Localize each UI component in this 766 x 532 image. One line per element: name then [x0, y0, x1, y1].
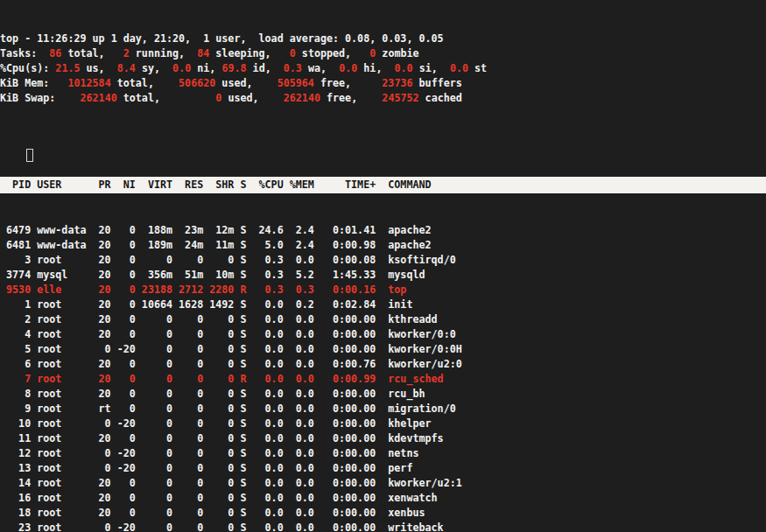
summary-text: buffers	[413, 77, 462, 89]
summary-tasks-line: Tasks: 86 total, 2 running, 84 sleeping,…	[0, 46, 766, 61]
summary-text: si,	[413, 62, 450, 74]
process-row: 18 root 20 0 0 0 0 S 0.0 0.0 0:00.00 xen…	[0, 506, 766, 521]
top-summary: top - 11:26:29 up 1 day, 21:20, 1 user, …	[0, 30, 766, 106]
summary-text: used,	[215, 77, 277, 89]
summary-value: 69.8	[221, 62, 246, 74]
summary-text: free,	[320, 92, 382, 104]
summary-value: 0.0	[450, 62, 468, 74]
summary-text: KiB Mem:	[0, 77, 67, 89]
summary-value: 21.5	[55, 62, 80, 74]
summary-value: 262140	[284, 92, 320, 104]
summary-text: Tasks:	[0, 47, 49, 60]
summary-uptime-line: top - 11:26:29 up 1 day, 21:20, 1 user, …	[0, 32, 766, 46]
summary-text: id,	[247, 62, 284, 74]
summary-text: wa,	[302, 62, 339, 74]
summary-text: sleeping,	[209, 47, 289, 60]
process-row: 23 root 0 -20 0 0 0 S 0.0 0.0 0:00.00 wr…	[0, 521, 766, 532]
summary-text: free,	[314, 77, 382, 89]
summary-value: 262140	[80, 92, 116, 104]
summary-value: 8.4	[117, 62, 136, 74]
summary-value: 0.3	[284, 62, 302, 74]
summary-value: 2	[123, 47, 130, 60]
summary-cpu-line: %Cpu(s): 21.5 us, 8.4 sy, 0.0 ni, 69.8 i…	[0, 61, 766, 76]
summary-text: ni,	[191, 62, 221, 74]
process-row: 13 root 0 -20 0 0 0 S 0.0 0.0 0:00.00 pe…	[0, 461, 766, 476]
summary-text: hi,	[357, 62, 394, 74]
summary-text: running,	[130, 47, 197, 60]
summary-value: 86	[49, 47, 61, 60]
summary-value: 505964	[278, 77, 314, 89]
summary-value: 0.0	[339, 62, 357, 74]
summary-value: 1012584	[67, 77, 110, 89]
summary-text: zombie	[376, 47, 418, 60]
process-row: 7 root 20 0 0 0 0 R 0.0 0.0 0:00.99 rcu_…	[0, 372, 766, 387]
summary-value: 84	[197, 47, 209, 60]
summary-text: us,	[81, 62, 117, 74]
terminal-cursor	[26, 149, 33, 162]
summary-text: %Cpu(s):	[0, 62, 55, 74]
process-table-header: PID USER PR NI VIRT RES SHR S %CPU %MEM …	[0, 177, 766, 193]
process-row: 11 root 20 0 0 0 0 S 0.0 0.0 0:00.00 kde…	[0, 431, 766, 446]
summary-text: total,	[61, 47, 123, 60]
summary-value: 0.0	[172, 62, 191, 74]
process-row: 14 root 20 0 0 0 0 S 0.0 0.0 0:00.00 kwo…	[0, 476, 766, 491]
process-row: 2 root 20 0 0 0 0 S 0.0 0.0 0:00.00 kthr…	[0, 312, 766, 327]
process-row: 5 root 0 -20 0 0 0 S 0.0 0.0 0:00.00 kwo…	[0, 342, 766, 357]
terminal-window[interactable]: top - 11:26:29 up 1 day, 21:20, 1 user, …	[0, 0, 766, 532]
summary-text: KiB Swap:	[0, 92, 80, 104]
summary-swap-line: KiB Swap: 262140 total, 0 used, 262140 f…	[0, 91, 766, 106]
summary-mem-line: KiB Mem: 1012584 total, 506620 used, 505…	[0, 76, 766, 91]
process-row: 8 root 20 0 0 0 0 S 0.0 0.0 0:00.00 rcu_…	[0, 387, 766, 402]
summary-text: cached	[419, 92, 462, 104]
process-row: 6 root 20 0 0 0 0 S 0.0 0.0 0:00.76 kwor…	[0, 357, 766, 372]
summary-value: 506620	[179, 77, 215, 89]
summary-value: 23736	[382, 77, 412, 89]
process-row: 3774 mysql 20 0 356m 51m 10m S 0.3 5.2 1…	[0, 268, 766, 283]
process-row: 3 root 20 0 0 0 0 S 0.3 0.0 0:00.08 ksof…	[0, 253, 766, 268]
process-row: 6481 www-data 20 0 189m 24m 11m S 5.0 2.…	[0, 238, 766, 253]
summary-text: st	[468, 62, 487, 74]
summary-text: used,	[221, 92, 283, 104]
process-row: 1 root 20 0 10664 1628 1492 S 0.0 0.2 0:…	[0, 298, 766, 312]
summary-value: 0	[290, 47, 296, 60]
summary-value: 0.0	[395, 62, 413, 74]
process-row: 9 root rt 0 0 0 0 S 0.0 0.0 0:00.00 migr…	[0, 402, 766, 416]
process-row: 12 root 0 -20 0 0 0 S 0.0 0.0 0:00.00 ne…	[0, 446, 766, 461]
process-row: 9530 elle 20 0 23188 2712 2280 R 0.3 0.3…	[0, 283, 766, 298]
summary-text: total,	[111, 77, 179, 89]
process-row: 10 root 0 -20 0 0 0 S 0.0 0.0 0:00.00 kh…	[0, 416, 766, 431]
process-row: 16 root 20 0 0 0 0 S 0.0 0.0 0:00.00 xen…	[0, 491, 766, 506]
process-row: 6479 www-data 20 0 188m 23m 12m S 24.6 2…	[0, 223, 766, 238]
cursor-line	[0, 136, 766, 147]
process-table-rows: 6479 www-data 20 0 188m 23m 12m S 24.6 2…	[0, 223, 766, 532]
summary-text: total,	[117, 92, 216, 104]
summary-text: sy,	[136, 62, 172, 74]
summary-value: 245752	[382, 92, 418, 104]
process-row: 4 root 20 0 0 0 0 S 0.0 0.0 0:00.00 kwor…	[0, 327, 766, 342]
summary-text: top - 11:26:29 up 1 day, 21:20, 1 user, …	[0, 32, 444, 45]
summary-text: stopped,	[296, 47, 369, 60]
